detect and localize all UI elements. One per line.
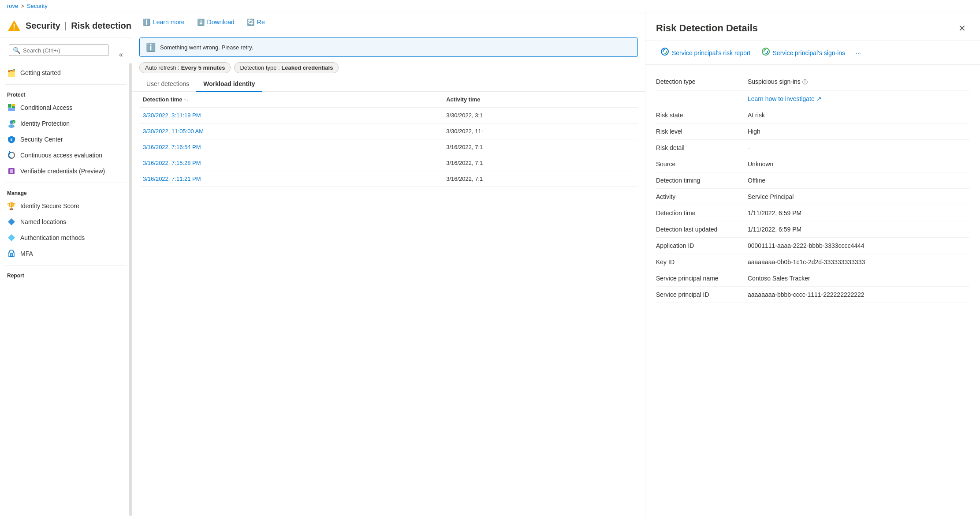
security-center-icon: S — [7, 135, 16, 144]
sidebar-item-identity-protection[interactable]: ✓ Identity Protection — [0, 116, 132, 131]
learn-more-button[interactable]: ℹ️ Learn more — [139, 17, 188, 27]
sidebar-item-continuous-access[interactable]: Continuous access evaluation — [0, 147, 132, 163]
manage-label: Manage — [0, 187, 132, 198]
page-title: Security | Risk detections — [26, 21, 132, 30]
activity-time-cell: 3/16/2022, 7:1 — [443, 155, 638, 171]
table-row[interactable]: 3/30/2022, 3:11:19 PM 3/30/2022, 3:1 — [139, 108, 638, 123]
detail-label-risk-detail: Risk detail — [656, 144, 744, 151]
svg-rect-4 — [12, 106, 15, 108]
download-button[interactable]: ⬇️ Download — [194, 17, 238, 27]
authentication-methods-icon — [7, 233, 16, 242]
detail-value-learn-link: Learn how to investigate ↗ — [748, 95, 969, 102]
sidebar-item-getting-started[interactable]: 🗂️ Getting started — [0, 65, 132, 81]
search-input[interactable] — [23, 47, 104, 54]
refresh-icon: 🔄 — [247, 19, 254, 26]
tab-user-detections[interactable]: User detections — [139, 77, 196, 92]
activity-time-cell: 3/30/2022, 11: — [443, 123, 638, 139]
detail-row-service-principal-id: Service principal ID aaaaaaaa-bbbb-cccc-… — [656, 287, 969, 303]
detail-label-detection-timing: Detection timing — [656, 177, 744, 184]
detail-value-risk-detail: - — [748, 144, 969, 151]
detail-row-risk-detail: Risk detail - — [656, 140, 969, 156]
activity-time-cell: 3/30/2022, 3:1 — [443, 108, 638, 123]
table-row[interactable]: 3/16/2022, 7:15:28 PM 3/16/2022, 7:1 — [139, 155, 638, 171]
detail-row-learn-link: Learn how to investigate ↗ — [656, 91, 969, 107]
svg-marker-15 — [8, 234, 15, 241]
sign-ins-icon — [761, 47, 770, 58]
filter-chip-refresh[interactable]: Auto refresh : Every 5 minutes — [139, 62, 231, 73]
toolbar: ℹ️ Learn more ⬇️ Download 🔄 Re — [132, 12, 645, 32]
detail-value-detection-time: 1/11/2022, 6:59 PM — [748, 209, 969, 217]
detail-label-risk-level: Risk level — [656, 128, 744, 135]
info-icon-detection-type: ⓘ — [802, 79, 808, 85]
close-button[interactable]: ✕ — [955, 21, 969, 35]
detail-row-application-id: Application ID 00001111-aaaa-2222-bbbb-3… — [656, 238, 969, 254]
detail-more-button[interactable]: ··· — [851, 47, 865, 59]
sidebar-item-mfa[interactable]: MFA — [0, 246, 132, 262]
detail-label-key-id: Key ID — [656, 258, 744, 265]
detail-label-activity: Activity — [656, 193, 744, 200]
detection-time-link[interactable]: 3/16/2022, 7:16:54 PM — [143, 144, 201, 150]
sidebar-item-verifiable-credentials[interactable]: Verifiable credentials (Preview) — [0, 163, 132, 179]
divider-protect — [5, 84, 127, 85]
download-icon: ⬇️ — [197, 19, 205, 26]
learn-investigate-link[interactable]: Learn how to investigate ↗ — [748, 95, 969, 102]
table-row[interactable]: 3/30/2022, 11:05:00 AM 3/30/2022, 11: — [139, 123, 638, 139]
detail-label-risk-state: Risk state — [656, 112, 744, 119]
detection-time-link[interactable]: 3/30/2022, 3:11:19 PM — [143, 112, 201, 119]
alert-bar: ℹ️ Something went wrong. Please retry. — [139, 37, 638, 57]
risk-report-button[interactable]: Service principal's risk report — [656, 45, 755, 61]
risk-report-icon — [660, 47, 669, 58]
tab-workload-identity[interactable]: Workload identity — [196, 77, 262, 92]
protect-label: Protect — [0, 88, 132, 100]
detail-row-activity: Activity Service Principal — [656, 189, 969, 205]
warning-icon: ! — [7, 19, 21, 33]
activity-time-cell: 3/16/2022, 7:1 — [443, 171, 638, 187]
detail-value-detection-type: Suspicious sign-ins ⓘ — [748, 78, 969, 86]
sidebar-item-named-locations[interactable]: Named locations — [0, 214, 132, 230]
col-detection-time[interactable]: Detection time ↑↓ — [139, 92, 443, 108]
detail-value-service-principal-name: Contoso Sales Tracker — [748, 275, 969, 282]
detail-label-detection-last-updated: Detection last updated — [656, 226, 744, 233]
refresh-button[interactable]: 🔄 Re — [243, 17, 268, 27]
nav-section-report: Report — [0, 267, 132, 282]
svg-marker-14 — [8, 218, 15, 225]
alert-icon: ℹ️ — [146, 42, 156, 52]
detail-row-source: Source Unknown — [656, 156, 969, 172]
table-area: Detection time ↑↓ Activity time 3/30/202… — [132, 92, 645, 187]
tabs: User detections Workload identity — [132, 77, 645, 92]
sidebar-item-authentication-methods[interactable]: Authentication methods — [0, 230, 132, 246]
detection-time-link[interactable]: 3/30/2022, 11:05:00 AM — [143, 128, 204, 135]
breadcrumb-item-rove[interactable]: rove — [7, 3, 18, 9]
filter-chip-detection[interactable]: Detection type : Leaked credentials — [234, 62, 339, 73]
table-row[interactable]: 3/16/2022, 7:16:54 PM 3/16/2022, 7:1 — [139, 139, 638, 155]
svg-text:!: ! — [13, 23, 15, 31]
conditional-access-icon — [7, 103, 16, 112]
detail-body: Detection type Suspicious sign-ins ⓘ Lea… — [645, 65, 980, 312]
breadcrumb-item-security[interactable]: Security — [27, 3, 48, 9]
sidebar-item-conditional-access[interactable]: Conditional Access — [0, 100, 132, 116]
search-icon: 🔍 — [13, 47, 20, 54]
nav-section-protect: Protect Conditional Access — [0, 86, 132, 181]
table-row[interactable]: 3/16/2022, 7:11:21 PM 3/16/2022, 7:1 — [139, 171, 638, 187]
sidebar: ! Security | Risk detections 📌 ··· 🔍 — [0, 12, 132, 516]
col-activity-time[interactable]: Activity time — [443, 92, 638, 108]
svg-rect-3 — [12, 104, 15, 106]
detail-panel: Risk Detection Details ✕ Service princip… — [645, 12, 980, 516]
detail-value-activity: Service Principal — [748, 193, 969, 200]
svg-rect-5 — [8, 108, 15, 111]
collapse-button[interactable]: « — [116, 49, 127, 60]
sign-ins-button[interactable]: Service principal's sign-ins — [757, 45, 850, 61]
detail-header: Risk Detection Details ✕ — [645, 12, 980, 41]
detection-time-link[interactable]: 3/16/2022, 7:11:21 PM — [143, 176, 201, 182]
named-locations-icon — [7, 217, 16, 226]
sidebar-item-identity-secure-score[interactable]: 🏆 Identity Secure Score — [0, 198, 132, 214]
sidebar-item-security-center[interactable]: S Security Center — [0, 131, 132, 147]
svg-text:S: S — [10, 138, 13, 142]
detail-value-detection-last-updated: 1/11/2022, 6:59 PM — [748, 226, 969, 233]
detection-time-link[interactable]: 3/16/2022, 7:15:28 PM — [143, 160, 201, 166]
svg-point-7 — [8, 124, 15, 128]
detail-value-risk-level: High — [748, 128, 969, 135]
detail-row-risk-state: Risk state At risk — [656, 107, 969, 123]
content-area: ℹ️ Learn more ⬇️ Download 🔄 Re ℹ️ Someth… — [132, 12, 645, 516]
detail-row-risk-level: Risk level High — [656, 123, 969, 140]
